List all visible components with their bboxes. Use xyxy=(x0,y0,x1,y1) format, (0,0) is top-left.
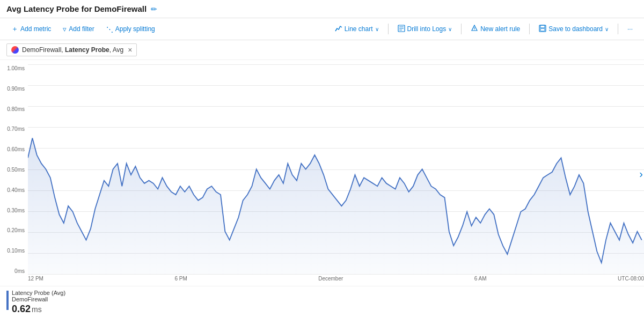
add-metric-button[interactable]: ＋ Add metric xyxy=(6,21,56,36)
x-label-4: UTC-08:00 xyxy=(618,276,644,282)
legend-color-bar xyxy=(6,291,9,310)
filter-icon: ▿ xyxy=(63,25,67,33)
metric-tag-icon xyxy=(11,46,19,54)
toolbar-divider-4 xyxy=(618,24,618,34)
x-label-0: 12 PM xyxy=(28,276,43,282)
save-dashboard-chevron: ∨ xyxy=(605,26,609,32)
page-header: Avg Latency Probe for DemoFirewall ✏ xyxy=(0,0,644,18)
legend-text: Latency Probe (Avg) DemoFirewall 0.62ms xyxy=(12,290,65,315)
apply-splitting-button[interactable]: ⋱ Apply splitting xyxy=(101,23,160,36)
metric-tag: DemoFirewall, Latency Probe, Avg × xyxy=(6,43,137,56)
split-icon: ⋱ xyxy=(106,25,113,33)
metrics-row: DemoFirewall, Latency Probe, Avg × xyxy=(0,40,644,60)
y-label-2: 0.80ms xyxy=(7,106,25,112)
drill-logs-chevron: ∨ xyxy=(448,26,452,32)
y-label-10: 0ms xyxy=(14,268,25,274)
new-alert-button[interactable]: New alert rule xyxy=(466,22,525,36)
toolbar-divider-1 xyxy=(388,24,389,34)
y-label-3: 0.70ms xyxy=(7,126,25,132)
svg-rect-7 xyxy=(540,25,545,28)
more-options-icon: ··· xyxy=(627,25,633,33)
add-metric-icon: ＋ xyxy=(11,24,18,34)
next-arrow[interactable]: › xyxy=(639,168,643,180)
more-options-button[interactable]: ··· xyxy=(623,23,638,35)
y-label-9: 0.10ms xyxy=(7,248,25,254)
toolbar-left: ＋ Add metric ▿ Add filter ⋱ Apply splitt… xyxy=(6,21,160,36)
x-label-2: December xyxy=(318,276,343,282)
toolbar-divider-2 xyxy=(461,24,462,34)
y-label-6: 0.40ms xyxy=(7,187,25,193)
metric-tag-name: DemoFirewall, Latency Probe, Avg xyxy=(22,46,123,54)
line-chart-button[interactable]: Line chart ∨ xyxy=(330,22,384,36)
add-metric-label: Add metric xyxy=(20,25,51,33)
save-dashboard-button[interactable]: Save to dashboard ∨ xyxy=(534,22,613,36)
y-label-5: 0.50ms xyxy=(7,167,25,173)
drill-logs-button[interactable]: Drill into Logs ∨ xyxy=(393,22,457,36)
x-axis: 12 PM 6 PM December 6 AM UTC-08:00 xyxy=(28,274,644,286)
y-label-0: 1.00ms xyxy=(7,65,25,71)
toolbar: ＋ Add metric ▿ Add filter ⋱ Apply splitt… xyxy=(0,18,644,40)
page-title: Avg Latency Probe for DemoFirewall xyxy=(6,4,147,13)
add-filter-label: Add filter xyxy=(69,25,94,33)
toolbar-divider-3 xyxy=(529,24,530,34)
y-label-4: 0.60ms xyxy=(7,146,25,152)
svg-rect-8 xyxy=(540,28,545,31)
chart-container: 1.00ms 0.90ms 0.80ms 0.70ms 0.60ms 0.50m… xyxy=(0,60,644,318)
line-chart-chevron: ∨ xyxy=(375,26,379,32)
toolbar-right: Line chart ∨ Drill into Logs ∨ New alert… xyxy=(330,22,638,36)
x-label-1: 6 PM xyxy=(174,276,187,282)
metric-tag-close[interactable]: × xyxy=(128,46,132,54)
drill-logs-icon xyxy=(398,25,405,34)
legend-resource: DemoFirewall xyxy=(12,296,65,302)
legend-value: 0.62ms xyxy=(12,304,65,315)
x-label-3: 6 AM xyxy=(474,276,487,282)
drill-logs-label: Drill into Logs xyxy=(407,25,447,33)
save-icon xyxy=(539,25,546,34)
y-label-7: 0.30ms xyxy=(7,208,25,213)
chart-inner: 1.00ms 0.90ms 0.80ms 0.70ms 0.60ms 0.50m… xyxy=(0,64,644,286)
chart-line-svg xyxy=(28,64,644,274)
svg-point-5 xyxy=(474,29,475,29)
save-dashboard-label: Save to dashboard xyxy=(548,25,603,33)
y-axis: 1.00ms 0.90ms 0.80ms 0.70ms 0.60ms 0.50m… xyxy=(0,64,28,286)
apply-splitting-label: Apply splitting xyxy=(115,25,155,33)
y-label-8: 0.20ms xyxy=(7,227,25,233)
alert-icon xyxy=(471,25,478,34)
line-chart-label: Line chart xyxy=(345,25,373,33)
chart-legend: Latency Probe (Avg) DemoFirewall 0.62ms xyxy=(0,286,644,318)
y-label-1: 0.90ms xyxy=(7,86,25,92)
chart-svg-container xyxy=(28,64,644,274)
line-chart-icon xyxy=(335,25,342,34)
legend-series-name: Latency Probe (Avg) xyxy=(12,290,65,296)
new-alert-label: New alert rule xyxy=(480,25,520,33)
add-filter-button[interactable]: ▿ Add filter xyxy=(58,23,99,36)
edit-icon[interactable]: ✏ xyxy=(151,5,157,13)
chart-plot: 12 PM 6 PM December 6 AM UTC-08:00 › xyxy=(28,64,644,286)
